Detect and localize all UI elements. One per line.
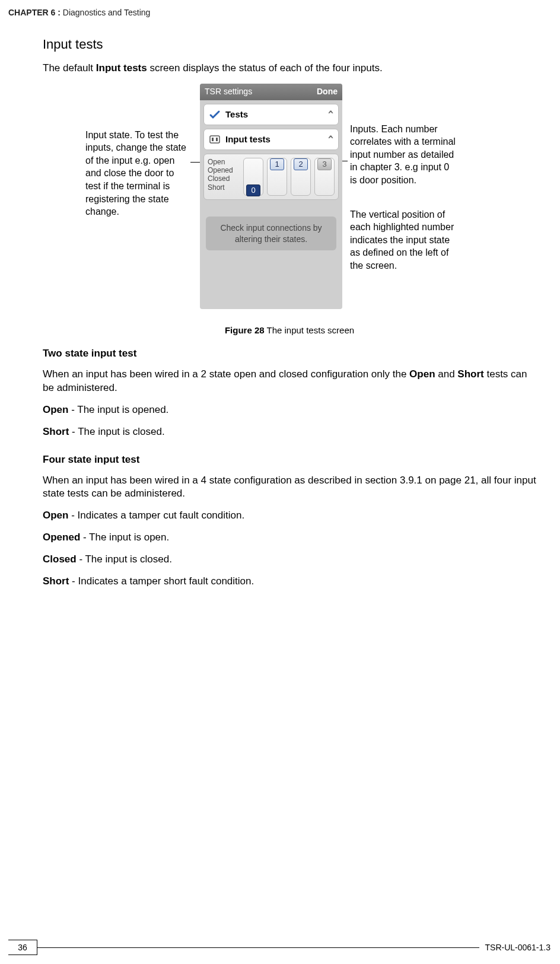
page-number: 36 (8, 940, 37, 955)
term-opened: Opened (43, 532, 80, 543)
intro-paragraph: The default Input tests screen displays … (43, 62, 536, 75)
input-tests-panel: Open Opened Closed Short 0 1 2 (203, 154, 339, 200)
chevron-up-icon: ^ (328, 109, 333, 120)
four-state-open: Open - Indicates a tamper cut fault cond… (43, 509, 536, 523)
row-input-tests[interactable]: Input tests ^ (203, 129, 339, 150)
text: When an input has been wired in a 2 stat… (43, 368, 409, 380)
term-open: Open (43, 404, 68, 415)
figure-block: Input state. To test the inputs, change … (43, 84, 536, 321)
callout-left: Input state. To test the inputs, change … (85, 129, 190, 218)
state-label: Short (208, 183, 240, 192)
two-state-para: When an input has been wired in a 2 stat… (43, 368, 536, 395)
input-lane-2: 2 (291, 158, 311, 196)
two-state-open: Open - The input is opened. (43, 403, 536, 417)
svg-rect-2 (216, 138, 218, 141)
def: - The input is open. (80, 532, 169, 543)
def: - Indicates a tamper short fault conditi… (69, 575, 254, 587)
titlebar-done[interactable]: Done (317, 86, 338, 97)
check-icon (209, 109, 221, 120)
state-label: Opened (208, 166, 240, 174)
two-state-short: Short - The input is closed. (43, 425, 536, 439)
footer: 36 TSR-UL-0061-1.3 (0, 939, 560, 956)
input-lane-1: 1 (267, 158, 287, 196)
doc-id: TSR-UL-0061-1.3 (479, 942, 561, 953)
callout-right-a: Inputs. Each number correlates with a te… (350, 123, 457, 187)
figure-caption-text: The input tests screen (265, 325, 354, 335)
states-column: Open Opened Closed Short (208, 158, 240, 196)
intro-post: screen displays the status of each of th… (147, 62, 383, 74)
section-heading: Input tests (43, 36, 536, 53)
term-open: Open (43, 510, 68, 521)
text-bold: Short (457, 368, 483, 380)
four-state-para: When an input has been wired in a 4 stat… (43, 474, 536, 501)
def: - The input is closed. (77, 553, 172, 565)
four-state-short: Short - Indicates a tamper short fault c… (43, 575, 536, 588)
screenshot-titlebar: TSR settings Done (200, 84, 342, 100)
text: and (435, 368, 458, 380)
footer-rule (37, 947, 479, 948)
row-input-tests-label: Input tests (225, 133, 271, 145)
def: - The input is closed. (69, 426, 164, 437)
four-state-opened: Opened - The input is open. (43, 531, 536, 545)
inputs-icon (209, 133, 221, 145)
input-lane-3: 3 (314, 158, 335, 196)
svg-rect-1 (212, 138, 214, 141)
input-chip-2: 2 (294, 158, 308, 170)
term-short: Short (43, 575, 69, 587)
subheading-two-state: Two state input test (43, 347, 536, 361)
row-tests[interactable]: Tests ^ (203, 104, 339, 125)
intro-bold: Input tests (96, 62, 147, 74)
state-label: Open (208, 158, 240, 166)
svg-rect-0 (210, 136, 219, 143)
input-chip-0: 0 (246, 184, 260, 196)
def: - Indicates a tamper cut fault condition… (68, 510, 244, 521)
state-label: Closed (208, 174, 240, 183)
term-short: Short (43, 426, 69, 437)
chapter-title: Diagnostics and Testing (63, 8, 151, 17)
screenshot: TSR settings Done Tests ^ (200, 84, 342, 309)
lanes: 0 1 2 3 (243, 158, 335, 196)
input-chip-3: 3 (317, 158, 332, 170)
chevron-up-icon: ^ (328, 133, 333, 145)
input-lane-0: 0 (243, 158, 263, 196)
callout-right-b: The vertical position of each highlighte… (350, 208, 459, 272)
def: - The input is opened. (68, 404, 168, 415)
chapter-label: CHAPTER 6 : (8, 8, 61, 17)
row-tests-label: Tests (225, 109, 248, 120)
text-bold: Open (409, 368, 435, 380)
four-state-closed: Closed - The input is closed. (43, 553, 536, 567)
hint-box: Check input connections by altering thei… (206, 217, 336, 251)
titlebar-left: TSR settings (205, 86, 252, 97)
figure-caption: Figure 28 The input tests screen (43, 324, 536, 336)
running-header: CHAPTER 6 : Diagnostics and Testing (8, 7, 150, 18)
input-chip-1: 1 (270, 158, 284, 170)
intro-pre: The default (43, 62, 96, 74)
subheading-four-state: Four state input test (43, 453, 536, 467)
figure-number: Figure 28 (225, 325, 265, 335)
term-closed: Closed (43, 553, 77, 565)
